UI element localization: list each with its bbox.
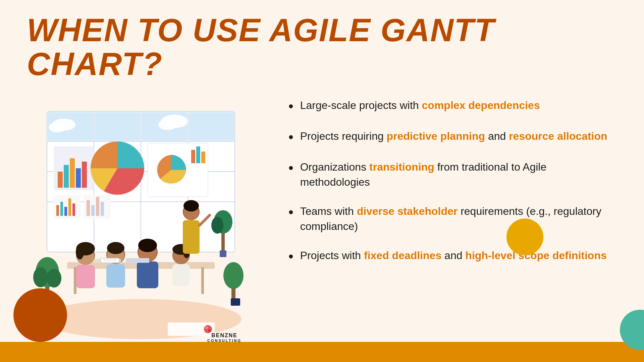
svg-point-16 (158, 119, 177, 130)
brand-name: BENZNE (207, 333, 241, 339)
svg-point-86 (208, 329, 211, 332)
svg-point-59 (107, 242, 124, 254)
highlight-fixed-deadlines: fixed deadlines (364, 249, 441, 261)
svg-point-72 (183, 200, 199, 212)
bullet-text-5: Projects with fixed deadlines and high-l… (300, 248, 607, 263)
svg-rect-57 (106, 264, 125, 288)
branding: BENZNE CONSULTING (207, 333, 241, 343)
bullet-list: Large-scale projects with complex depend… (288, 98, 617, 265)
highlight-resource-allocation: resource allocation (509, 130, 607, 142)
svg-rect-21 (76, 168, 81, 188)
list-item: Projects requiring predictive planning a… (288, 129, 617, 145)
list-item: Teams with diverse stakeholder requireme… (288, 204, 617, 234)
svg-rect-39 (101, 202, 104, 216)
svg-rect-76 (101, 258, 119, 263)
svg-rect-27 (196, 146, 200, 163)
svg-rect-18 (58, 172, 63, 188)
bullet-text-1: Large-scale projects with complex depend… (300, 98, 540, 113)
svg-point-46 (47, 269, 61, 288)
svg-rect-61 (137, 261, 158, 288)
svg-rect-41 (74, 267, 76, 294)
svg-point-84 (204, 325, 212, 333)
svg-rect-32 (64, 207, 67, 216)
svg-rect-28 (201, 152, 205, 163)
svg-rect-30 (56, 205, 59, 216)
bullet-text-4: Teams with diverse stakeholder requireme… (300, 204, 617, 234)
highlight-diverse-stakeholder: diverse stakeholder (357, 205, 458, 217)
svg-point-14 (49, 122, 65, 132)
svg-rect-10 (95, 112, 140, 141)
svg-point-63 (138, 239, 157, 252)
page-wrapper: WHEN TO USE AGILE GANTT CHART? (0, 0, 644, 362)
svg-point-85 (205, 326, 208, 329)
decorative-dark-red-circle (13, 288, 67, 342)
svg-point-55 (76, 245, 84, 259)
bullet-text-2: Projects requiring predictive planning a… (300, 129, 607, 144)
svg-rect-42 (201, 267, 204, 294)
svg-rect-31 (60, 202, 63, 216)
highlight-transitioning: transitioning (369, 161, 434, 173)
svg-rect-12 (189, 112, 234, 141)
list-item: Large-scale projects with complex depend… (288, 98, 617, 115)
decorative-gold-circle (506, 219, 543, 255)
list-item: Projects with fixed deadlines and high-l… (288, 248, 617, 265)
svg-rect-70 (183, 220, 200, 254)
svg-rect-36 (87, 200, 90, 216)
svg-rect-65 (172, 264, 190, 286)
list-item: Organizations transitioning from traditi… (288, 160, 617, 190)
svg-rect-50 (231, 298, 240, 306)
svg-point-45 (33, 267, 48, 287)
svg-rect-82 (220, 250, 226, 257)
right-content: Large-scale projects with complex depend… (275, 91, 617, 279)
page-title: WHEN TO USE AGILE GANTT CHART? (27, 13, 617, 81)
highlight-complex-dependencies: complex dependencies (422, 99, 540, 111)
svg-rect-33 (68, 198, 71, 216)
svg-rect-22 (82, 162, 87, 188)
svg-rect-20 (70, 158, 75, 188)
bullet-text-3: Organizations transitioning from traditi… (300, 160, 617, 190)
svg-rect-37 (91, 205, 95, 216)
highlight-predictive-planning: predictive planning (387, 130, 485, 142)
svg-point-81 (211, 217, 223, 234)
svg-rect-38 (96, 197, 99, 216)
content-area: BENZNE CONSULTING Large-scale projects w… (27, 91, 617, 353)
svg-point-48 (223, 262, 244, 289)
svg-rect-26 (191, 150, 195, 163)
svg-rect-75 (126, 258, 149, 263)
bottom-bar (0, 342, 644, 362)
svg-rect-34 (72, 203, 75, 216)
svg-rect-19 (64, 165, 69, 188)
svg-rect-52 (76, 265, 95, 288)
